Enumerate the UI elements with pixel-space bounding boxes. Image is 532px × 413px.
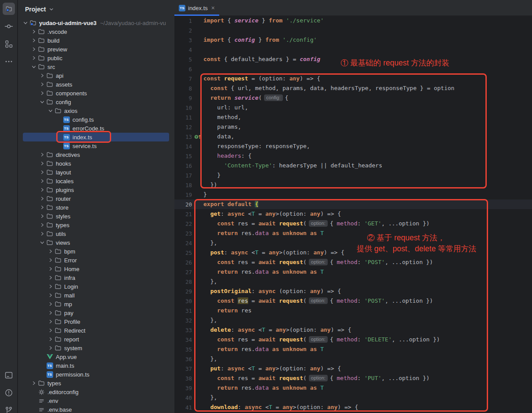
line-number[interactable]: 17	[174, 172, 192, 179]
line-number[interactable]: 25	[174, 250, 192, 256]
tree-item-error[interactable]: Error	[18, 256, 174, 264]
line-number[interactable]: 5	[174, 56, 192, 63]
tree-item-axios[interactable]: axios	[18, 106, 174, 115]
code-line-5[interactable]: 5const { default_headers } = config	[174, 54, 532, 64]
tree-item-app-vue[interactable]: App.vue	[18, 352, 174, 361]
line-number[interactable]: 7	[174, 76, 192, 82]
chevron-right-icon[interactable]	[47, 318, 54, 326]
code-line-2[interactable]: 2	[174, 25, 532, 35]
chevron-right-icon[interactable]	[38, 230, 46, 238]
terminal-icon[interactable]	[3, 369, 15, 381]
chevron-down-icon[interactable]	[48, 6, 54, 12]
code-line-8[interactable]: 8 const { url, method, params, data, hea…	[174, 83, 532, 93]
tree-item-assets[interactable]: assets	[18, 80, 174, 89]
code-line-9[interactable]: 9 return service(config:{	[174, 93, 532, 103]
line-number[interactable]: 13	[174, 134, 192, 140]
line-number[interactable]: 26	[174, 259, 192, 266]
code-line-31[interactable]: 31 return res	[174, 306, 532, 315]
line-number[interactable]: 28	[174, 279, 192, 285]
line-number[interactable]: 39	[174, 385, 192, 391]
tree-item-hooks[interactable]: hooks	[18, 159, 174, 168]
tree-item-mp[interactable]: mp	[18, 300, 174, 308]
line-number[interactable]: 2	[174, 27, 192, 34]
code-line-3[interactable]: 3import { config } from './config'	[174, 35, 532, 45]
line-number[interactable]: 32	[174, 317, 192, 324]
line-number[interactable]: 33	[174, 327, 192, 333]
chevron-right-icon[interactable]	[47, 344, 54, 352]
code-line-38[interactable]: 38 const res = await request(option:{ me…	[174, 373, 532, 383]
code-line-15[interactable]: 15 headers: {	[174, 151, 532, 161]
tree-item-system[interactable]: system	[18, 344, 174, 352]
chevron-right-icon[interactable]	[47, 247, 54, 255]
chevron-right-icon[interactable]	[30, 379, 38, 387]
line-number[interactable]: 1	[174, 18, 192, 24]
code-editor[interactable]: 1import { service } from './service'23im…	[174, 16, 532, 412]
line-number[interactable]: 34	[174, 337, 192, 343]
code-line-29[interactable]: 29 postOriginal: async (option: any) => …	[174, 286, 532, 296]
code-line-33[interactable]: 33 delete: async <T = any>(option: any) …	[174, 325, 532, 335]
chevron-right-icon[interactable]	[47, 309, 54, 317]
line-number[interactable]: 27	[174, 269, 192, 275]
code-line-34[interactable]: 34 const res = await request(option:{ me…	[174, 335, 532, 344]
line-number[interactable]: 37	[174, 366, 192, 372]
code-line-25[interactable]: 25 post: async <T = any>(option: any) =>…	[174, 248, 532, 257]
code-line-1[interactable]: 1import { service } from './service'	[174, 16, 532, 25]
chevron-right-icon[interactable]	[30, 28, 38, 36]
code-line-23[interactable]: 23 return res.data as unknown as T	[174, 228, 532, 238]
code-line-28[interactable]: 28 },	[174, 277, 532, 286]
tree-item-bpm[interactable]: bpm	[18, 247, 174, 256]
chevron-down-icon[interactable]	[30, 63, 38, 71]
chevron-right-icon[interactable]	[38, 203, 46, 211]
line-number[interactable]: 21	[174, 211, 192, 217]
code-line-17[interactable]: 17 }	[174, 170, 532, 180]
chevron-right-icon[interactable]	[38, 221, 46, 229]
tab-index-ts[interactable]: TS index.ts ×	[174, 0, 219, 16]
tree-item-infra[interactable]: infra	[18, 273, 174, 282]
line-number[interactable]: 22	[174, 221, 192, 227]
code-line-37[interactable]: 37 put: async <T = any>(option: any) => …	[174, 364, 532, 373]
line-number[interactable]: 36	[174, 356, 192, 362]
chevron-down-icon[interactable]	[22, 19, 29, 27]
close-icon[interactable]: ×	[211, 5, 215, 11]
tree-item-build[interactable]: build	[18, 36, 174, 45]
code-line-32[interactable]: 32 },	[174, 315, 532, 325]
chevron-right-icon[interactable]	[47, 274, 54, 282]
code-line-41[interactable]: 41 download: async <T = any>(option: any…	[174, 402, 532, 412]
chevron-right-icon[interactable]	[38, 195, 46, 203]
chevron-right-icon[interactable]	[38, 151, 46, 159]
code-line-39[interactable]: 39 return res.data as unknown as T	[174, 383, 532, 393]
chevron-right-icon[interactable]	[30, 54, 38, 62]
line-number[interactable]: 40	[174, 395, 192, 401]
tree-item-api[interactable]: api	[18, 71, 174, 80]
line-number[interactable]: 38	[174, 375, 192, 382]
tree-item-config[interactable]: config	[18, 98, 174, 106]
tree-item-home[interactable]: Home	[18, 264, 174, 273]
chevron-right-icon[interactable]	[38, 159, 46, 167]
chevron-down-icon[interactable]	[38, 98, 46, 106]
line-number[interactable]: 14	[174, 143, 192, 150]
tree-item-pay[interactable]: pay	[18, 308, 174, 317]
chevron-right-icon[interactable]	[47, 335, 54, 343]
chevron-right-icon[interactable]	[30, 45, 38, 53]
code-line-20[interactable]: 20export default {	[174, 199, 532, 209]
tree-item-views[interactable]: views	[18, 238, 174, 247]
problems-icon[interactable]	[3, 387, 15, 399]
line-number[interactable]: 6	[174, 66, 192, 72]
line-number[interactable]: 41	[174, 404, 192, 411]
line-number[interactable]: 35	[174, 346, 192, 353]
line-number[interactable]: 29	[174, 288, 192, 295]
chevron-down-icon[interactable]	[38, 239, 46, 246]
code-line-40[interactable]: 40 },	[174, 393, 532, 402]
tree-item-main-ts[interactable]: TSmain.ts	[18, 361, 174, 370]
line-number[interactable]: 15	[174, 153, 192, 159]
chevron-right-icon[interactable]	[38, 168, 46, 176]
tree-item-plugins[interactable]: plugins	[18, 185, 174, 194]
line-number[interactable]: 9	[174, 95, 192, 101]
code-line-35[interactable]: 35 return res.data as unknown as T	[174, 344, 532, 354]
line-number[interactable]: 4	[174, 47, 192, 53]
gutter-marker-icon[interactable]	[192, 132, 203, 141]
tree-item-types[interactable]: types	[18, 379, 174, 388]
chevron-right-icon[interactable]	[47, 256, 54, 264]
chevron-right-icon[interactable]	[38, 177, 46, 185]
tree-item-directives[interactable]: directives	[18, 150, 174, 159]
